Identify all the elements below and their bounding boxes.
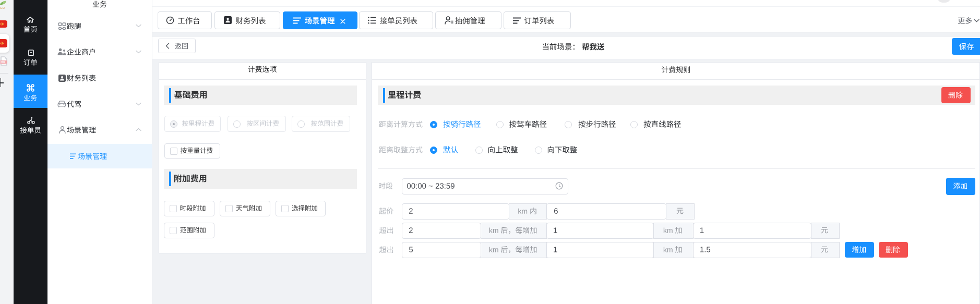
svg-text:GO: GO (0, 6, 5, 9)
svg-text:PDF: PDF (1, 61, 5, 64)
